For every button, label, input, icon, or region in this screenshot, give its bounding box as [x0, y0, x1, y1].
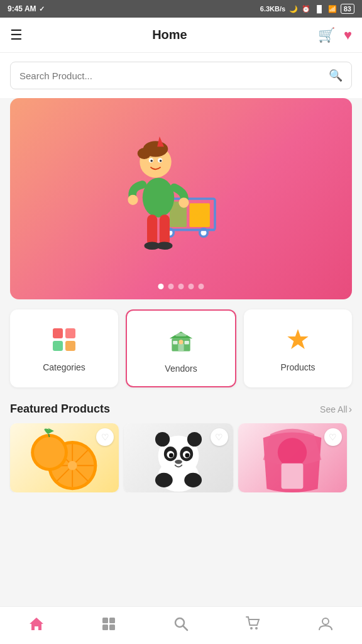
- products-row: ♡: [0, 423, 362, 492]
- profile-nav-icon: [318, 616, 333, 635]
- svg-point-44: [187, 432, 202, 447]
- dot-4[interactable]: [189, 284, 194, 289]
- vendors-label: Vendors: [165, 364, 197, 374]
- svg-rect-2: [190, 203, 210, 227]
- menu-icon[interactable]: ☰: [10, 28, 21, 42]
- action-categories[interactable]: Categories: [10, 309, 118, 387]
- svg-rect-24: [173, 341, 177, 345]
- svg-point-60: [250, 627, 253, 630]
- svg-rect-55: [109, 618, 115, 623]
- svg-line-38: [48, 434, 49, 437]
- svg-point-21: [156, 242, 172, 250]
- svg-rect-56: [102, 625, 108, 630]
- svg-point-13: [150, 160, 153, 162]
- cart-nav-icon: [246, 616, 261, 635]
- svg-point-15: [143, 178, 174, 218]
- svg-point-14: [160, 160, 162, 162]
- svg-point-61: [255, 627, 258, 630]
- svg-point-52: [278, 438, 307, 467]
- status-time: 9:45 AM: [8, 4, 36, 13]
- search-icon: 🔍: [329, 69, 343, 82]
- svg-rect-53: [282, 464, 304, 489]
- status-check: ✓: [39, 5, 45, 13]
- svg-line-59: [183, 626, 187, 630]
- featured-section-header: Featured Products See All ›: [0, 397, 362, 423]
- svg-rect-18: [147, 214, 157, 246]
- dot-3[interactable]: [178, 284, 184, 289]
- svg-rect-54: [102, 618, 108, 623]
- header: ☰ Home 🛒 ♥: [0, 18, 362, 53]
- product-card-1[interactable]: ♡: [10, 423, 119, 492]
- svg-rect-23: [178, 343, 184, 352]
- status-speed: 6.3KB/s: [260, 5, 285, 13]
- svg-point-43: [155, 432, 170, 447]
- svg-point-26: [178, 340, 183, 344]
- nav-cart[interactable]: [217, 607, 290, 644]
- action-products[interactable]: Products: [244, 309, 352, 387]
- banner: [10, 98, 352, 299]
- svg-rect-19: [160, 214, 170, 246]
- wishlist-btn-2[interactable]: ♡: [211, 428, 228, 446]
- svg-point-16: [128, 195, 138, 205]
- see-all-button[interactable]: See All ›: [320, 404, 352, 415]
- svg-point-62: [322, 618, 329, 625]
- svg-point-49: [169, 453, 173, 457]
- products-icon: [283, 325, 313, 355]
- cart-icon[interactable]: 🛒: [318, 27, 335, 43]
- search-input[interactable]: [19, 70, 329, 81]
- battery-indicator: 83: [341, 4, 354, 14]
- chevron-right-icon: ›: [349, 404, 352, 415]
- categories-label: Categories: [43, 362, 85, 372]
- quick-actions: Categories Vendors: [10, 309, 352, 387]
- action-vendors[interactable]: Vendors: [126, 309, 236, 387]
- products-label: Products: [280, 362, 315, 372]
- svg-point-35: [68, 461, 77, 470]
- search-container: 🔍: [0, 53, 362, 98]
- nav-profile[interactable]: [290, 607, 362, 644]
- svg-rect-57: [109, 625, 115, 630]
- bottom-nav: [0, 606, 362, 644]
- search-nav-icon: [173, 616, 189, 635]
- status-bar: 9:45 AM ✓ 6.3KB/s 🌙 ⏰ ▐▌ 📶 83: [0, 0, 362, 18]
- banner-illustration: [124, 130, 238, 268]
- product-card-2[interactable]: ♡: [124, 423, 233, 492]
- header-actions: 🛒 ♥: [318, 27, 352, 43]
- grid-icon: [101, 616, 116, 635]
- dot-5[interactable]: [199, 284, 204, 289]
- svg-marker-28: [287, 329, 308, 349]
- svg-point-37: [34, 437, 65, 468]
- home-icon: [28, 616, 45, 636]
- moon-icon: 🌙: [289, 5, 298, 13]
- svg-point-51: [175, 460, 182, 464]
- wishlist-icon[interactable]: ♥: [344, 27, 352, 43]
- nav-home[interactable]: [0, 607, 72, 644]
- svg-point-10: [138, 148, 151, 159]
- svg-point-41: [184, 473, 202, 487]
- dot-2[interactable]: [168, 284, 174, 289]
- nav-search[interactable]: [145, 607, 217, 644]
- vendors-icon: [166, 326, 196, 356]
- svg-point-17: [178, 197, 189, 208]
- wifi-icon: 📶: [328, 5, 337, 13]
- page-title: Home: [152, 28, 187, 42]
- svg-rect-27: [175, 333, 187, 336]
- product-card-3[interactable]: ♡: [238, 423, 347, 492]
- svg-rect-25: [185, 341, 189, 345]
- featured-title: Featured Products: [10, 402, 110, 416]
- dot-1[interactable]: [158, 284, 164, 289]
- signal-icon: ▐▌: [314, 5, 324, 13]
- svg-point-50: [185, 453, 189, 457]
- svg-point-40: [155, 473, 173, 487]
- categories-icon: [49, 325, 79, 355]
- banner-dots: [158, 284, 204, 289]
- wishlist-btn-3[interactable]: ♡: [324, 428, 342, 446]
- search-box: 🔍: [10, 62, 352, 89]
- nav-grid[interactable]: [72, 607, 145, 644]
- alarm-icon: ⏰: [302, 5, 310, 13]
